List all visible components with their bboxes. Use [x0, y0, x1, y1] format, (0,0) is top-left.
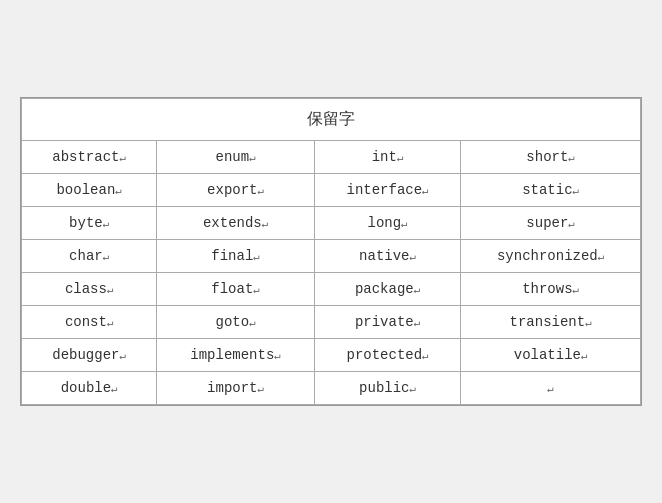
cell-text: implements [190, 347, 274, 363]
table-cell: boolean↵ [22, 174, 157, 207]
return-mark: ↵ [585, 317, 592, 329]
table-cell: throws↵ [461, 273, 641, 306]
table-cell: transient↵ [461, 306, 641, 339]
table-cell: implements↵ [157, 339, 315, 372]
table-cell: package↵ [314, 273, 460, 306]
return-mark: ↵ [581, 350, 588, 362]
table-cell: export↵ [157, 174, 315, 207]
cell-text: public [359, 380, 409, 396]
table-cell: short↵ [461, 141, 641, 174]
cell-text: interface [346, 182, 422, 198]
return-mark: ↵ [568, 218, 575, 230]
table-row: boolean↵export↵interface↵static↵ [22, 174, 641, 207]
cell-text: class [65, 281, 107, 297]
table-row: class↵float↵package↵throws↵ [22, 273, 641, 306]
return-mark: ↵ [410, 251, 417, 263]
cell-text: short [526, 149, 568, 165]
cell-text: final [211, 248, 253, 264]
table-row: byte↵extends↵long↵super↵ [22, 207, 641, 240]
return-mark: ↵ [274, 350, 281, 362]
cell-text: extends [203, 215, 262, 231]
table-cell: ↵ [461, 372, 641, 405]
return-mark: ↵ [107, 317, 114, 329]
table-cell: enum↵ [157, 141, 315, 174]
table-cell: extends↵ [157, 207, 315, 240]
table-cell: super↵ [461, 207, 641, 240]
return-mark: ↵ [573, 185, 580, 197]
return-mark: ↵ [103, 218, 110, 230]
table-cell: interface↵ [314, 174, 460, 207]
return-mark: ↵ [414, 317, 421, 329]
table-cell: long↵ [314, 207, 460, 240]
table-cell: class↵ [22, 273, 157, 306]
cell-text: import [207, 380, 257, 396]
table-cell: float↵ [157, 273, 315, 306]
cell-text: transient [510, 314, 586, 330]
table-cell: final↵ [157, 240, 315, 273]
return-mark: ↵ [258, 185, 265, 197]
table-cell: double↵ [22, 372, 157, 405]
table-row: const↵goto↵private↵transient↵ [22, 306, 641, 339]
table-cell: byte↵ [22, 207, 157, 240]
cell-text: byte [69, 215, 103, 231]
table-cell: static↵ [461, 174, 641, 207]
cell-text: boolean [56, 182, 115, 198]
cell-text: volatile [514, 347, 581, 363]
cell-text: synchronized [497, 248, 598, 264]
cell-text: super [526, 215, 568, 231]
cell-text: float [211, 281, 253, 297]
cell-text: native [359, 248, 409, 264]
return-mark: ↵ [598, 251, 605, 263]
cell-text: private [355, 314, 414, 330]
return-mark: ↵ [410, 383, 417, 395]
table-row: debugger↵implements↵protected↵volatile↵ [22, 339, 641, 372]
table-cell: const↵ [22, 306, 157, 339]
table-cell: import↵ [157, 372, 315, 405]
return-mark: ↵ [401, 218, 408, 230]
table-cell: protected↵ [314, 339, 460, 372]
table-row: double↵import↵public↵↵ [22, 372, 641, 405]
table-cell: goto↵ [157, 306, 315, 339]
table-title: 保留字 [22, 99, 641, 141]
table-cell: debugger↵ [22, 339, 157, 372]
cell-text: long [368, 215, 402, 231]
cell-text: char [69, 248, 103, 264]
cell-text: double [61, 380, 111, 396]
table-row: abstract↵enum↵int↵short↵ [22, 141, 641, 174]
reserved-words-table: 保留字 abstract↵enum↵int↵short↵boolean↵expo… [20, 97, 642, 406]
return-mark: ↵ [253, 251, 260, 263]
cell-text: throws [522, 281, 572, 297]
return-mark: ↵ [262, 218, 269, 230]
return-mark: ↵ [107, 284, 114, 296]
cell-text: package [355, 281, 414, 297]
cell-text: debugger [52, 347, 119, 363]
return-mark: ↵ [422, 185, 429, 197]
return-mark: ↵ [568, 152, 575, 164]
table-cell: private↵ [314, 306, 460, 339]
cell-text: export [207, 182, 257, 198]
table-row: char↵final↵native↵synchronized↵ [22, 240, 641, 273]
return-mark: ↵ [397, 152, 404, 164]
cell-text: static [522, 182, 572, 198]
table-cell: synchronized↵ [461, 240, 641, 273]
return-mark: ↵ [414, 284, 421, 296]
table-cell: char↵ [22, 240, 157, 273]
return-mark: ↵ [249, 317, 256, 329]
return-mark: ↵ [547, 383, 554, 395]
table-cell: abstract↵ [22, 141, 157, 174]
cell-text: enum [216, 149, 250, 165]
table-cell: int↵ [314, 141, 460, 174]
return-mark: ↵ [119, 152, 126, 164]
return-mark: ↵ [115, 185, 122, 197]
return-mark: ↵ [422, 350, 429, 362]
table-cell: public↵ [314, 372, 460, 405]
cell-text: goto [216, 314, 250, 330]
return-mark: ↵ [573, 284, 580, 296]
return-mark: ↵ [111, 383, 118, 395]
table-cell: volatile↵ [461, 339, 641, 372]
cell-text: protected [346, 347, 422, 363]
return-mark: ↵ [253, 284, 260, 296]
table-cell: native↵ [314, 240, 460, 273]
return-mark: ↵ [119, 350, 126, 362]
cell-text: const [65, 314, 107, 330]
